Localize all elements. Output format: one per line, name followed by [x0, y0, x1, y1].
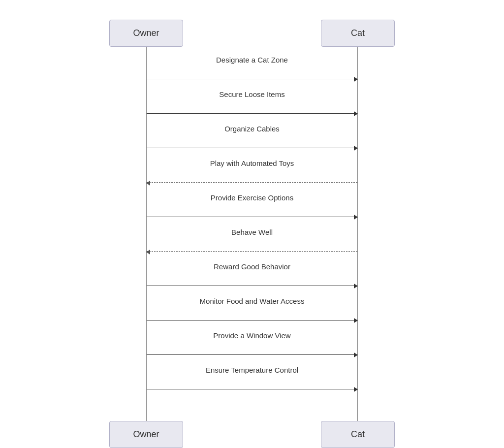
message-label: Provide a Window View: [213, 331, 290, 340]
forward-arrow: [147, 389, 357, 389]
actor-owner-bottom: Owner: [109, 421, 183, 448]
lifelines-footer: Owner Cat: [109, 421, 395, 448]
message-label: Provide Exercise Options: [211, 193, 293, 202]
message-label: Play with Automated Toys: [210, 159, 294, 167]
message-label: Designate a Cat Zone: [216, 56, 288, 64]
message-row: Monitor Food and Water Access: [109, 293, 395, 327]
message-row: Reward Good Behavior: [109, 258, 395, 293]
diagram-container: Owner Cat Designate a Cat ZoneSecure Loo…: [0, 10, 504, 448]
lifelines-header: Owner Cat: [109, 20, 395, 47]
return-arrow: [147, 182, 357, 183]
message-row: Play with Automated Toys: [109, 155, 395, 190]
message-row: Provide a Window View: [109, 327, 395, 362]
forward-arrow: [147, 217, 357, 217]
message-label: Organize Cables: [224, 125, 280, 133]
forward-arrow: [147, 286, 357, 286]
actor-cat-bottom: Cat: [321, 421, 395, 448]
message-row: Ensure Temperature Control: [109, 362, 395, 396]
message-label: Ensure Temperature Control: [206, 366, 298, 374]
sequence-area: Designate a Cat ZoneSecure Loose ItemsOr…: [109, 47, 395, 421]
message-label: Monitor Food and Water Access: [200, 297, 305, 305]
message-row: Secure Loose Items: [109, 86, 395, 121]
forward-arrow: [147, 79, 357, 79]
forward-arrow: [147, 113, 357, 114]
return-arrow: [147, 251, 357, 252]
forward-arrow: [147, 320, 357, 320]
forward-arrow: [147, 148, 357, 148]
actor-cat-top-label: Cat: [351, 28, 365, 38]
message-row: Organize Cables: [109, 121, 395, 155]
message-row: Provide Exercise Options: [109, 190, 395, 224]
message-label: Reward Good Behavior: [214, 262, 290, 271]
actor-owner-bottom-label: Owner: [133, 429, 159, 440]
forward-arrow: [147, 354, 357, 355]
actor-owner-top: Owner: [109, 20, 183, 47]
messages-wrapper: Designate a Cat ZoneSecure Loose ItemsOr…: [109, 47, 395, 401]
message-label: Secure Loose Items: [219, 90, 284, 98]
message-row: Designate a Cat Zone: [109, 52, 395, 86]
message-label: Behave Well: [231, 228, 273, 236]
actor-owner-top-label: Owner: [133, 28, 159, 38]
message-row: Behave Well: [109, 224, 395, 258]
actor-cat-bottom-label: Cat: [351, 429, 365, 440]
actor-cat-top: Cat: [321, 20, 395, 47]
